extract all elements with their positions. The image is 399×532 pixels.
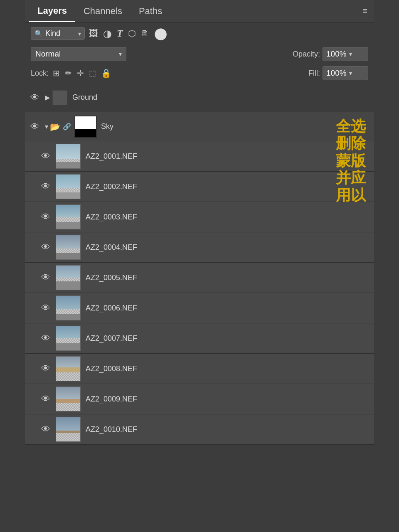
- tab-channels[interactable]: Channels: [75, 0, 131, 22]
- blend-mode-value: Normal: [35, 49, 61, 59]
- layer-name-az2-0001: AZ2_0001.NEF: [86, 152, 137, 161]
- lock-all-icon[interactable]: 🔒: [101, 68, 111, 78]
- layer-name-az2-0008: AZ2_0008.NEF: [86, 365, 137, 373]
- layer-thumbnail-az2-0007: [56, 326, 81, 351]
- folder-icon-sky: 📂: [50, 122, 60, 132]
- layer-name-ground: Ground: [72, 93, 97, 102]
- lock-pixels-icon[interactable]: ⊞: [53, 68, 60, 78]
- layer-name-az2-0006: AZ2_0006.NEF: [86, 304, 137, 313]
- layer-name-az2-0003: AZ2_0003.NEF: [86, 213, 137, 222]
- layer-item-az2-0007[interactable]: 👁 AZ2_0007.NEF: [25, 323, 374, 354]
- filter-type-icons: 🖼 ◑ T ⬡ 🗎 ⬤: [89, 27, 167, 40]
- layer-thumbnail-az2-0006: [56, 296, 81, 320]
- layer-thumbnail-az2-0010: [56, 417, 81, 442]
- filter-row: 🔍 Kind ▾ 🖼 ◑ T ⬡ 🗎 ⬤: [25, 22, 374, 44]
- expand-icon-ground[interactable]: ▶: [45, 94, 50, 101]
- sky-mask-black: [75, 129, 96, 137]
- blend-mode-chevron-icon: ▾: [119, 51, 122, 57]
- panel-menu-icon[interactable]: ≡: [362, 6, 367, 16]
- chain-icon-sky: 🔗: [63, 123, 71, 131]
- layer-item-az2-0008[interactable]: 👁 AZ2_0008.NEF: [25, 354, 374, 384]
- layer-thumbnail-ground: [52, 90, 67, 105]
- layer-thumbnail-az2-0002: [56, 174, 81, 199]
- layers-list: 👁 ▶ Ground 👁 ▾ 📂 🔗 Sky 👁 AZ2_00: [25, 83, 374, 532]
- filter-smart-icon[interactable]: 🗎: [141, 29, 149, 38]
- filter-type-icon[interactable]: T: [117, 28, 123, 39]
- layer-item-az2-0004[interactable]: 👁 AZ2_0004.NEF: [25, 232, 374, 263]
- eye-icon-az2-0001[interactable]: 👁: [40, 151, 52, 162]
- opacity-dropdown[interactable]: 100% ▾: [323, 47, 368, 61]
- layer-thumbnail-az2-0005: [56, 265, 81, 290]
- layer-name-az2-0010: AZ2_0010.NEF: [86, 425, 137, 434]
- layer-item-ground[interactable]: 👁 ▶ Ground: [25, 83, 374, 112]
- fill-section: Fill: 100% ▾: [308, 66, 368, 80]
- blend-row: Normal ▾ Opacity: 100% ▾: [25, 44, 374, 64]
- filter-color-icon[interactable]: ⬤: [154, 27, 167, 40]
- fill-dropdown[interactable]: 100% ▾: [323, 66, 368, 80]
- filter-image-icon[interactable]: 🖼: [89, 28, 98, 39]
- layer-name-az2-0007: AZ2_0007.NEF: [86, 334, 137, 343]
- lock-row: Lock: ⊞ ✏ ✛ ⬚ 🔒 Fill: 100% ▾: [25, 64, 374, 83]
- layer-name-az2-0005: AZ2_0005.NEF: [86, 273, 137, 282]
- layer-name-sky: Sky: [101, 122, 113, 131]
- eye-icon-az2-0003[interactable]: 👁: [40, 212, 52, 222]
- layer-item-az2-0005[interactable]: 👁 AZ2_0005.NEF: [25, 263, 374, 293]
- fill-chevron-icon: ▾: [349, 70, 352, 76]
- lock-brush-icon[interactable]: ✏: [65, 68, 72, 78]
- layers-panel: Layers Channels Paths ≡ 🔍 Kind ▾ 🖼 ◑ T ⬡…: [25, 0, 374, 532]
- kind-filter-dropdown[interactable]: 🔍 Kind ▾: [31, 27, 85, 40]
- layer-thumbnail-az2-0008: [56, 356, 81, 381]
- lock-icons: ⊞ ✏ ✛ ⬚ 🔒: [53, 68, 111, 78]
- eye-icon-az2-0004[interactable]: 👁: [40, 242, 52, 253]
- layer-item-az2-0001[interactable]: 👁 AZ2_0001.NEF: [25, 141, 374, 172]
- layer-thumbnail-az2-0004: [56, 235, 81, 260]
- lock-move-icon[interactable]: ✛: [77, 68, 84, 78]
- layer-item-az2-0009[interactable]: 👁 AZ2_0009.NEF: [25, 384, 374, 414]
- eye-icon-ground[interactable]: 👁: [29, 92, 41, 103]
- layer-thumbnail-sky: [74, 116, 97, 138]
- fill-value: 100%: [326, 69, 347, 78]
- layer-name-az2-0009: AZ2_0009.NEF: [86, 395, 137, 404]
- layer-thumbnail-az2-0001: [56, 144, 81, 169]
- opacity-section: Opacity: 100% ▾: [293, 47, 368, 61]
- eye-icon-az2-0006[interactable]: 👁: [40, 303, 52, 313]
- eye-icon-az2-0009[interactable]: 👁: [40, 394, 52, 404]
- eye-icon-sky[interactable]: 👁: [29, 121, 41, 132]
- tab-layers[interactable]: Layers: [29, 0, 75, 22]
- layer-thumbnail-az2-0009: [56, 387, 81, 411]
- kind-label: Kind: [45, 29, 60, 38]
- filter-shape-icon[interactable]: ⬡: [128, 28, 136, 39]
- layer-item-az2-0010[interactable]: 👁 AZ2_0010.NEF: [25, 414, 374, 445]
- fill-label: Fill:: [308, 69, 320, 78]
- eye-icon-az2-0008[interactable]: 👁: [40, 363, 52, 374]
- blend-mode-dropdown[interactable]: Normal ▾: [31, 47, 126, 61]
- eye-icon-az2-0007[interactable]: 👁: [40, 333, 52, 344]
- layer-item-az2-0003[interactable]: 👁 AZ2_0003.NEF: [25, 202, 374, 232]
- layer-name-az2-0004: AZ2_0004.NEF: [86, 243, 137, 252]
- opacity-value: 100%: [326, 49, 347, 59]
- layer-thumbnail-az2-0003: [56, 204, 81, 229]
- layer-name-az2-0002: AZ2_0002.NEF: [86, 182, 137, 191]
- opacity-label: Opacity:: [293, 50, 320, 59]
- tab-paths[interactable]: Paths: [131, 0, 170, 22]
- layer-item-az2-0002[interactable]: 👁 AZ2_0002.NEF 全选删除蒙版并应用以后的天空图层: [25, 172, 374, 202]
- eye-icon-az2-0005[interactable]: 👁: [40, 272, 52, 283]
- layer-item-sky[interactable]: 👁 ▾ 📂 🔗 Sky: [25, 112, 374, 141]
- search-icon: 🔍: [34, 30, 43, 37]
- lock-label: Lock:: [31, 69, 49, 78]
- lock-artboard-icon[interactable]: ⬚: [89, 69, 96, 78]
- filter-adjustment-icon[interactable]: ◑: [103, 28, 112, 39]
- eye-icon-az2-0002[interactable]: 👁: [40, 181, 52, 192]
- eye-icon-az2-0010[interactable]: 👁: [40, 424, 52, 435]
- expand-icon-sky[interactable]: ▾: [45, 123, 48, 131]
- tab-bar: Layers Channels Paths ≡: [25, 0, 374, 22]
- opacity-chevron-icon: ▾: [349, 51, 352, 57]
- kind-chevron-icon: ▾: [78, 30, 81, 37]
- layer-item-az2-0006[interactable]: 👁 AZ2_0006.NEF: [25, 293, 374, 323]
